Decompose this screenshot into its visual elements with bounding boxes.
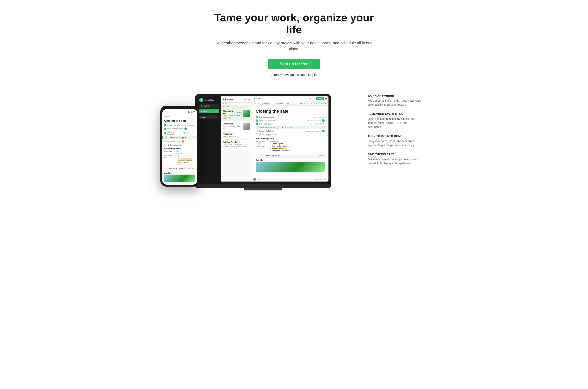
laptop-stand (244, 188, 282, 191)
task-badge-j: J (322, 119, 325, 122)
phone-attach-icon: 📄 (166, 168, 168, 169)
note-item-3-preview: Yuki T. Pickup at 5:00 (223, 135, 250, 138)
phone-bill-link[interactable]: Bill of sale (175, 152, 182, 154)
avatar-small (253, 178, 256, 181)
sidebar-user-name: Jamie Gold (205, 99, 214, 101)
phone-paperwork-items: Deed Bill of sale (175, 151, 182, 154)
date-group-header: JUN 2021 (221, 105, 252, 109)
task-4-active: One last walk-through 📅 🔔 🚩 ⊕ ••• (256, 126, 325, 129)
toolbar-emoji[interactable]: ☺ ▾ (294, 102, 300, 105)
phone-inspection-items: • Recent repairs • Doors and windows • A… (175, 155, 195, 165)
plus-icon: + (201, 110, 202, 112)
phone-inspection-1: • Recent repairs (175, 155, 195, 157)
task-check-4 (165, 136, 167, 139)
note-item-4-title: Building Needs (223, 141, 250, 143)
avatar-initial: J (201, 99, 202, 101)
clients-breadcrumb: Clients (256, 97, 262, 99)
sidebar-clients-item[interactable]: Clients (199, 115, 219, 119)
toolbar-indent[interactable]: ⇥ (315, 102, 317, 104)
toolbar-more[interactable]: More ▾ (320, 102, 326, 104)
filter-icon[interactable]: ⊟ (246, 98, 247, 100)
toolbar-sans-serif[interactable]: Sans Serif ▾ (274, 102, 285, 105)
phone-note-title: Closing the sale (162, 118, 197, 124)
inspection-label-3: Appliances and AC (272, 147, 287, 149)
note-item-1[interactable]: Closing the sale Open-escrow-account Yuk… (221, 109, 252, 121)
toolbar-bold[interactable]: B (300, 102, 302, 104)
toolbar-undo-icon[interactable]: ↩ (255, 102, 257, 104)
task-icons-4: 📅 🔔 🚩 ⊕ ••• (282, 127, 292, 128)
task-check-1 (164, 124, 166, 126)
toolbar-separator: | (310, 102, 310, 104)
attachment-bar: 📄 Last round of repairs.pdf 13.2 MB (256, 154, 325, 158)
phone-notch (174, 108, 186, 109)
notebook-icon: 📓 (253, 97, 255, 99)
task-label-3: Schedule-inspection (167, 131, 182, 135)
inspection-label-1: Recent repairs (272, 143, 283, 145)
toolbar-underline[interactable]: U (304, 102, 305, 104)
phone-wt-inspection: Inspectionlist • Recent repairs • Doors … (162, 155, 197, 165)
laptop-screen: J Jamie Gold 🔍 Search + New (198, 96, 328, 182)
grid-icon[interactable]: ⊞ (248, 98, 250, 100)
bill-link[interactable]: Bill of sale (257, 145, 265, 147)
task-6: 😀 Do happy dance! (256, 133, 325, 135)
task-badge-j2: J (322, 130, 325, 132)
phone-section-title: Walk-through info (162, 147, 197, 150)
note-item-4[interactable]: Building Needs Things to do 11 Primrose … (221, 139, 252, 150)
sidebar-search[interactable]: 🔍 Search (199, 104, 219, 108)
tag-yuki-1: Yuki T. (223, 117, 228, 119)
feature-work-anywhere: WORK ANYWHERE Keep important info handy—… (368, 94, 422, 107)
note-item-2[interactable]: Differences Must-have-in list. That's al… (221, 121, 252, 131)
task-date-1: Due Apr 3, 5:30 PM (183, 125, 195, 126)
note-item-1-preview: Open-escrow-account Yuki T. 3/5 (223, 115, 242, 119)
toolbar-ordered-list[interactable]: 1≡ (312, 102, 314, 104)
inspection-col-label: Inspection list (270, 141, 290, 143)
signup-button[interactable]: Sign up for free (268, 59, 320, 69)
save-status: All changes saved (314, 179, 327, 180)
chevron-down-icon: ▾ (216, 110, 217, 112)
toolbar-link[interactable]: 🔗 (318, 102, 320, 104)
phone-task-1: Renegotiate-offer Due Apr 3, 5:30 PM (162, 124, 197, 127)
inspection-item-3: • Appliances and AC (270, 147, 290, 149)
toolbar-list-icon[interactable]: ≡ (311, 102, 312, 104)
task-check-4 (257, 126, 259, 129)
task-date-5: Due Jun 24, 5:30 PM (306, 130, 321, 132)
hero-subtitle: Remember everything and tackle any proje… (211, 40, 377, 52)
main-content: ✓ ↩ ↪ 👤 🔔 ••• Clients Closing the sale (158, 94, 430, 202)
note-item-3-title: Programs (223, 133, 250, 135)
inspection-label-4: Bathrooms and kitchen (272, 150, 290, 152)
phone-header: ✓ ↩ ↪ 👤 🔔 ••• (162, 109, 197, 114)
toolbar-redo-icon[interactable]: ↪ (257, 102, 259, 104)
more-options-icon[interactable]: ••• (325, 97, 327, 99)
note-item-3[interactable]: Programs Yuki T. Pickup at 5:00 (221, 131, 252, 139)
phone-inspection-label: Inspectionlist (164, 155, 174, 165)
phone-attach-size: 13.2 MB (188, 168, 194, 169)
task-check-6 (256, 133, 258, 135)
wt-inspection: Inspection list • Recent repairs • Doors… (270, 141, 290, 152)
toolbar-font-size[interactable]: 30 ▾ (286, 102, 292, 105)
sort-icon[interactable]: ⇅ (243, 98, 245, 100)
toolbar-strikethrough[interactable]: S (306, 102, 307, 104)
toolbar-highlight[interactable]: A (308, 102, 309, 104)
phone-outside-label: Outside (162, 171, 197, 175)
check-icon: ✓ (164, 111, 166, 113)
login-link[interactable]: Already have an account? Log in (211, 73, 377, 77)
note-content-area: 📓 Clients Only you Share ••• (252, 96, 328, 182)
more-icon: ••• (194, 111, 195, 113)
feature-todo: TURN TO-DO INTO DONE Bring your notes, t… (368, 134, 422, 147)
task-label-5: Finalize bill of sale (259, 130, 275, 132)
deed-bullet: • (256, 143, 256, 145)
inspection-item-1: • Recent repairs (270, 143, 290, 145)
features-section: WORK ANYWHERE Keep important info handy—… (368, 94, 422, 171)
toolbar-italic[interactable]: I (303, 102, 303, 104)
phone-deed-link[interactable]: Deed (175, 151, 179, 152)
note-title: Closing the sale (256, 109, 325, 114)
phone-task-5: Finalize bill of sale J (162, 139, 197, 143)
new-note-button[interactable]: + New ▾ (199, 109, 219, 113)
toolbar-plus-icon[interactable]: + (253, 102, 254, 104)
phone-inspection-3: • Appliances and AC (175, 159, 195, 161)
toolbar-normal-text[interactable]: Normal Text ▾ (260, 102, 273, 105)
all-notes-label: All Notes (223, 98, 234, 101)
deed-link[interactable]: Deed (257, 143, 261, 145)
share-button[interactable]: Share (316, 97, 324, 100)
note-toolbar: + ↩ ↪ Normal Text ▾ Sans Serif ▾ 30 ▾ • … (252, 101, 328, 106)
